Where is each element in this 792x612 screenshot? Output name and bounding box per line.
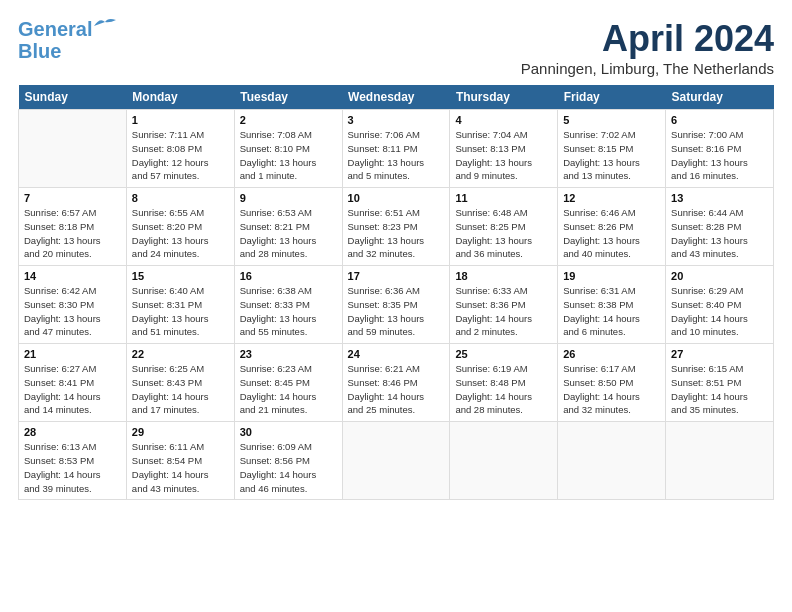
title-block: April 2024 Panningen, Limburg, The Nethe…: [521, 18, 774, 77]
dow-header-friday: Friday: [558, 85, 666, 110]
day-info: Sunrise: 7:11 AMSunset: 8:08 PMDaylight:…: [132, 128, 229, 183]
calendar-cell: 1Sunrise: 7:11 AMSunset: 8:08 PMDaylight…: [126, 110, 234, 188]
day-info: Sunrise: 6:33 AMSunset: 8:36 PMDaylight:…: [455, 284, 552, 339]
day-number: 27: [671, 348, 768, 360]
day-info: Sunrise: 6:17 AMSunset: 8:50 PMDaylight:…: [563, 362, 660, 417]
day-info: Sunrise: 6:55 AMSunset: 8:20 PMDaylight:…: [132, 206, 229, 261]
day-number: 29: [132, 426, 229, 438]
dow-header-tuesday: Tuesday: [234, 85, 342, 110]
day-info: Sunrise: 7:08 AMSunset: 8:10 PMDaylight:…: [240, 128, 337, 183]
day-info: Sunrise: 6:53 AMSunset: 8:21 PMDaylight:…: [240, 206, 337, 261]
day-info: Sunrise: 6:31 AMSunset: 8:38 PMDaylight:…: [563, 284, 660, 339]
week-row-2: 7Sunrise: 6:57 AMSunset: 8:18 PMDaylight…: [19, 188, 774, 266]
day-info: Sunrise: 7:02 AMSunset: 8:15 PMDaylight:…: [563, 128, 660, 183]
week-row-3: 14Sunrise: 6:42 AMSunset: 8:30 PMDayligh…: [19, 266, 774, 344]
week-row-1: 1Sunrise: 7:11 AMSunset: 8:08 PMDaylight…: [19, 110, 774, 188]
month-title: April 2024: [521, 18, 774, 60]
day-info: Sunrise: 6:19 AMSunset: 8:48 PMDaylight:…: [455, 362, 552, 417]
calendar-cell: 14Sunrise: 6:42 AMSunset: 8:30 PMDayligh…: [19, 266, 127, 344]
logo-line2: Blue: [18, 40, 61, 62]
day-number: 11: [455, 192, 552, 204]
day-info: Sunrise: 6:57 AMSunset: 8:18 PMDaylight:…: [24, 206, 121, 261]
calendar-cell: 8Sunrise: 6:55 AMSunset: 8:20 PMDaylight…: [126, 188, 234, 266]
header: General Blue April 2024 Panningen, Limbu…: [18, 18, 774, 77]
day-info: Sunrise: 6:13 AMSunset: 8:53 PMDaylight:…: [24, 440, 121, 495]
day-number: 25: [455, 348, 552, 360]
calendar-cell: 16Sunrise: 6:38 AMSunset: 8:33 PMDayligh…: [234, 266, 342, 344]
calendar-cell: 6Sunrise: 7:00 AMSunset: 8:16 PMDaylight…: [666, 110, 774, 188]
day-info: Sunrise: 6:15 AMSunset: 8:51 PMDaylight:…: [671, 362, 768, 417]
day-number: 14: [24, 270, 121, 282]
calendar-cell: 18Sunrise: 6:33 AMSunset: 8:36 PMDayligh…: [450, 266, 558, 344]
calendar-body: 1Sunrise: 7:11 AMSunset: 8:08 PMDaylight…: [19, 110, 774, 500]
calendar-cell: 9Sunrise: 6:53 AMSunset: 8:21 PMDaylight…: [234, 188, 342, 266]
day-number: 23: [240, 348, 337, 360]
calendar-cell: 17Sunrise: 6:36 AMSunset: 8:35 PMDayligh…: [342, 266, 450, 344]
day-info: Sunrise: 6:42 AMSunset: 8:30 PMDaylight:…: [24, 284, 121, 339]
day-number: 20: [671, 270, 768, 282]
calendar-cell: [450, 422, 558, 500]
calendar-cell: 12Sunrise: 6:46 AMSunset: 8:26 PMDayligh…: [558, 188, 666, 266]
day-info: Sunrise: 6:29 AMSunset: 8:40 PMDaylight:…: [671, 284, 768, 339]
week-row-5: 28Sunrise: 6:13 AMSunset: 8:53 PMDayligh…: [19, 422, 774, 500]
day-info: Sunrise: 6:51 AMSunset: 8:23 PMDaylight:…: [348, 206, 445, 261]
day-number: 24: [348, 348, 445, 360]
day-number: 7: [24, 192, 121, 204]
calendar-cell: 25Sunrise: 6:19 AMSunset: 8:48 PMDayligh…: [450, 344, 558, 422]
day-number: 8: [132, 192, 229, 204]
day-number: 10: [348, 192, 445, 204]
day-info: Sunrise: 7:00 AMSunset: 8:16 PMDaylight:…: [671, 128, 768, 183]
logo-text: General Blue: [18, 18, 92, 62]
calendar-cell: [666, 422, 774, 500]
calendar-cell: 26Sunrise: 6:17 AMSunset: 8:50 PMDayligh…: [558, 344, 666, 422]
day-info: Sunrise: 6:23 AMSunset: 8:45 PMDaylight:…: [240, 362, 337, 417]
day-number: 1: [132, 114, 229, 126]
week-row-4: 21Sunrise: 6:27 AMSunset: 8:41 PMDayligh…: [19, 344, 774, 422]
calendar-cell: 3Sunrise: 7:06 AMSunset: 8:11 PMDaylight…: [342, 110, 450, 188]
day-number: 28: [24, 426, 121, 438]
calendar-cell: 28Sunrise: 6:13 AMSunset: 8:53 PMDayligh…: [19, 422, 127, 500]
logo: General Blue: [18, 18, 116, 62]
day-info: Sunrise: 6:48 AMSunset: 8:25 PMDaylight:…: [455, 206, 552, 261]
day-info: Sunrise: 6:36 AMSunset: 8:35 PMDaylight:…: [348, 284, 445, 339]
day-number: 26: [563, 348, 660, 360]
calendar-cell: 29Sunrise: 6:11 AMSunset: 8:54 PMDayligh…: [126, 422, 234, 500]
calendar-cell: 7Sunrise: 6:57 AMSunset: 8:18 PMDaylight…: [19, 188, 127, 266]
calendar-cell: [342, 422, 450, 500]
calendar-cell: 22Sunrise: 6:25 AMSunset: 8:43 PMDayligh…: [126, 344, 234, 422]
day-info: Sunrise: 6:11 AMSunset: 8:54 PMDaylight:…: [132, 440, 229, 495]
dow-header-wednesday: Wednesday: [342, 85, 450, 110]
calendar-cell: 11Sunrise: 6:48 AMSunset: 8:25 PMDayligh…: [450, 188, 558, 266]
day-number: 30: [240, 426, 337, 438]
calendar-cell: 13Sunrise: 6:44 AMSunset: 8:28 PMDayligh…: [666, 188, 774, 266]
day-number: 5: [563, 114, 660, 126]
dow-header-thursday: Thursday: [450, 85, 558, 110]
calendar-cell: [558, 422, 666, 500]
location: Panningen, Limburg, The Netherlands: [521, 60, 774, 77]
day-number: 9: [240, 192, 337, 204]
logo-bird-icon: [94, 17, 116, 35]
day-info: Sunrise: 6:21 AMSunset: 8:46 PMDaylight:…: [348, 362, 445, 417]
day-number: 17: [348, 270, 445, 282]
calendar-cell: 19Sunrise: 6:31 AMSunset: 8:38 PMDayligh…: [558, 266, 666, 344]
calendar-cell: 5Sunrise: 7:02 AMSunset: 8:15 PMDaylight…: [558, 110, 666, 188]
day-number: 22: [132, 348, 229, 360]
day-number: 18: [455, 270, 552, 282]
calendar-cell: 24Sunrise: 6:21 AMSunset: 8:46 PMDayligh…: [342, 344, 450, 422]
logo-line1: General: [18, 18, 92, 40]
calendar-cell: 15Sunrise: 6:40 AMSunset: 8:31 PMDayligh…: [126, 266, 234, 344]
calendar-cell: 30Sunrise: 6:09 AMSunset: 8:56 PMDayligh…: [234, 422, 342, 500]
day-info: Sunrise: 6:46 AMSunset: 8:26 PMDaylight:…: [563, 206, 660, 261]
calendar-cell: 20Sunrise: 6:29 AMSunset: 8:40 PMDayligh…: [666, 266, 774, 344]
day-number: 16: [240, 270, 337, 282]
dow-header-monday: Monday: [126, 85, 234, 110]
day-number: 12: [563, 192, 660, 204]
day-number: 15: [132, 270, 229, 282]
dow-header-saturday: Saturday: [666, 85, 774, 110]
day-info: Sunrise: 7:04 AMSunset: 8:13 PMDaylight:…: [455, 128, 552, 183]
calendar-cell: 27Sunrise: 6:15 AMSunset: 8:51 PMDayligh…: [666, 344, 774, 422]
calendar-cell: 4Sunrise: 7:04 AMSunset: 8:13 PMDaylight…: [450, 110, 558, 188]
page: General Blue April 2024 Panningen, Limbu…: [0, 0, 792, 510]
day-number: 13: [671, 192, 768, 204]
day-number: 19: [563, 270, 660, 282]
